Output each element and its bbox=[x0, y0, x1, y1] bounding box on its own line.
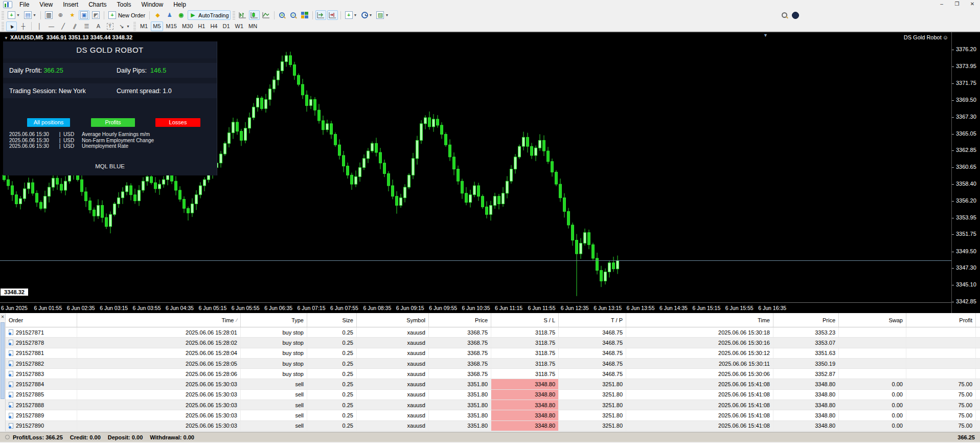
column-header-tp[interactable]: T / P bbox=[559, 313, 626, 327]
timeframe-mn[interactable]: MN bbox=[246, 21, 259, 31]
toolbar-grip[interactable] bbox=[2, 22, 4, 30]
cell-open-time: 2025.06.06 15:30:03 bbox=[77, 390, 241, 400]
timeframe-m15[interactable]: M15 bbox=[164, 21, 179, 31]
channel-button[interactable]: ∥ bbox=[70, 21, 80, 31]
column-header-order[interactable]: Order bbox=[6, 313, 77, 327]
zoom-out-button[interactable]: − bbox=[288, 10, 299, 20]
table-row[interactable]: 2915278902025.06.06 15:30:03sell0.25xauu… bbox=[6, 421, 980, 431]
vertical-scrollbar[interactable] bbox=[0, 321, 6, 431]
ea-corner-label: DS Gold Robot☺ bbox=[904, 34, 948, 40]
table-row[interactable]: 2915278842025.06.06 15:30:03sell0.25xauu… bbox=[6, 379, 980, 389]
experts-button[interactable]: ♟ bbox=[164, 10, 175, 20]
indicators-button[interactable]: +▼ bbox=[344, 10, 359, 20]
menu-view[interactable]: View bbox=[34, 0, 58, 9]
text-label-button[interactable]: T bbox=[105, 21, 115, 31]
timeframe-h1[interactable]: H1 bbox=[196, 21, 207, 31]
zoom-in-button[interactable]: + bbox=[277, 10, 287, 20]
price-axis-label: 3351.75 bbox=[956, 231, 976, 237]
toolbar-grip[interactable] bbox=[2, 11, 4, 19]
profits-button[interactable]: Profits bbox=[91, 118, 135, 127]
menu-help[interactable]: Help bbox=[168, 0, 191, 9]
table-row[interactable]: 2915278882025.06.06 15:30:03sell0.25xauu… bbox=[6, 400, 980, 410]
table-row[interactable]: 2915278812025.06.06 15:28:04buy stop0.25… bbox=[6, 348, 980, 359]
timeframe-d1[interactable]: D1 bbox=[220, 21, 232, 31]
column-header-type[interactable]: Type bbox=[241, 313, 307, 327]
table-row[interactable]: 2915278832025.06.06 15:28:06buy stop0.25… bbox=[6, 369, 980, 379]
close-button[interactable]: ✕ bbox=[965, 0, 980, 9]
time-axis-label: 6 Jun 08:35 bbox=[363, 305, 391, 311]
timeframe-m1[interactable]: M1 bbox=[138, 21, 150, 31]
vertical-line-button[interactable]: │ bbox=[34, 21, 45, 31]
menu-tools[interactable]: Tools bbox=[112, 0, 136, 9]
periods-button[interactable]: ▼ bbox=[360, 10, 374, 20]
arrows-button[interactable]: ↘▼ bbox=[116, 21, 131, 31]
maximize-button[interactable]: ❐ bbox=[949, 0, 965, 9]
search-button[interactable] bbox=[779, 10, 789, 20]
bar-chart-button[interactable] bbox=[237, 10, 248, 20]
autotrading-button[interactable]: ▶ AutoTrading bbox=[188, 10, 231, 20]
horizontal-line-button[interactable]: — bbox=[46, 21, 57, 31]
auto-scroll-button[interactable] bbox=[315, 10, 326, 20]
cell-close-time: 2025.06.06 15:30:11 bbox=[626, 359, 773, 368]
new-order-button[interactable]: + New Order bbox=[107, 10, 147, 20]
candlestick-chart-button[interactable] bbox=[249, 10, 260, 20]
data-window-button[interactable]: ⊕ bbox=[55, 10, 66, 20]
timeframe-w1[interactable]: W1 bbox=[233, 21, 246, 31]
price-axis[interactable]: 3376.203373.953371.753369.503367.303365.… bbox=[951, 32, 980, 313]
column-header-symbol[interactable]: Symbol bbox=[357, 313, 429, 327]
table-row[interactable]: 2915278822025.06.06 15:28:05buy stop0.25… bbox=[6, 359, 980, 369]
column-header-price-close[interactable]: Price bbox=[773, 313, 839, 327]
cell-open-time: 2025.06.06 15:30:03 bbox=[77, 421, 241, 431]
table-row[interactable]: 2915278782025.06.06 15:28:02buy stop0.25… bbox=[6, 338, 980, 348]
time-axis[interactable]: 6 Jun 20256 Jun 01:556 Jun 02:356 Jun 03… bbox=[0, 302, 951, 313]
chart-shift-button[interactable] bbox=[327, 10, 338, 20]
order-number: 291527885 bbox=[16, 391, 44, 397]
menu-insert[interactable]: Insert bbox=[58, 0, 83, 9]
signals-button[interactable]: ◉ bbox=[176, 10, 187, 20]
scrollbar-thumb[interactable] bbox=[1, 322, 5, 399]
navigator-button[interactable]: ★ bbox=[67, 10, 78, 20]
column-header-sl[interactable]: S / L bbox=[491, 313, 559, 327]
templates-button[interactable]: ▨▼ bbox=[375, 10, 390, 20]
menu-window[interactable]: Window bbox=[136, 0, 169, 9]
timeframe-m5[interactable]: M5 bbox=[151, 21, 163, 31]
timeframe-m30[interactable]: M30 bbox=[180, 21, 195, 31]
column-header-time-close[interactable]: Time bbox=[626, 313, 773, 327]
terminal-close-icon[interactable]: ✕ bbox=[0, 314, 6, 321]
community-button[interactable] bbox=[790, 10, 801, 20]
menu-file[interactable]: File bbox=[14, 0, 34, 9]
line-chart-button[interactable] bbox=[261, 10, 271, 20]
strategy-tester-button[interactable]: ◩ bbox=[90, 10, 101, 20]
cell-type: sell bbox=[241, 410, 307, 420]
column-header-time[interactable]: Time∕ bbox=[77, 313, 241, 327]
losses-button[interactable]: Losses bbox=[155, 118, 200, 127]
menu-charts[interactable]: Charts bbox=[83, 0, 111, 9]
table-row[interactable]: 2915278712025.06.06 15:28:01buy stop0.25… bbox=[6, 327, 980, 338]
toolbar-grip[interactable] bbox=[233, 11, 235, 19]
all-positions-button[interactable]: All positions bbox=[27, 118, 70, 127]
table-row[interactable]: 2915278892025.06.06 15:30:03sell0.25xauu… bbox=[6, 410, 980, 420]
toolbar-grip[interactable] bbox=[133, 22, 136, 30]
chevron-down-icon: ▼ bbox=[369, 13, 373, 17]
chart-window[interactable]: ▼XAUUSD,M5 3346.91 3351.13 3345.44 3348.… bbox=[0, 32, 980, 313]
column-header-size[interactable]: Size bbox=[307, 313, 357, 327]
market-watch-button[interactable]: ▥ bbox=[43, 10, 54, 20]
metaeditor-button[interactable]: ◆ bbox=[152, 10, 163, 20]
tile-windows-button[interactable] bbox=[300, 10, 310, 20]
cell-sl: 3118.75 bbox=[491, 369, 559, 379]
column-header-swap-close[interactable]: Swap bbox=[839, 313, 906, 327]
minimize-button[interactable]: – bbox=[934, 0, 949, 9]
cursor-button[interactable]: ▲ bbox=[6, 21, 17, 31]
text-button[interactable]: A bbox=[93, 21, 104, 31]
column-header-price[interactable]: Price bbox=[429, 313, 491, 327]
trendline-button[interactable]: ╱ bbox=[58, 21, 69, 31]
terminal-button[interactable]: ▣ bbox=[79, 10, 89, 20]
fibonacci-button[interactable]: ☰ bbox=[81, 21, 92, 31]
table-row[interactable]: 2915278852025.06.06 15:30:03sell0.25xauu… bbox=[6, 390, 980, 400]
new-chart-button[interactable]: +▼ bbox=[6, 10, 21, 20]
profiles-button[interactable]: ▤▼ bbox=[22, 10, 38, 20]
crosshair-button[interactable]: ┼ bbox=[18, 21, 29, 31]
column-header-profit-close[interactable]: Profit bbox=[906, 313, 976, 327]
timeframe-h4[interactable]: H4 bbox=[208, 21, 219, 31]
chart-title[interactable]: ▼XAUUSD,M5 3346.91 3351.13 3345.44 3348.… bbox=[4, 34, 132, 40]
